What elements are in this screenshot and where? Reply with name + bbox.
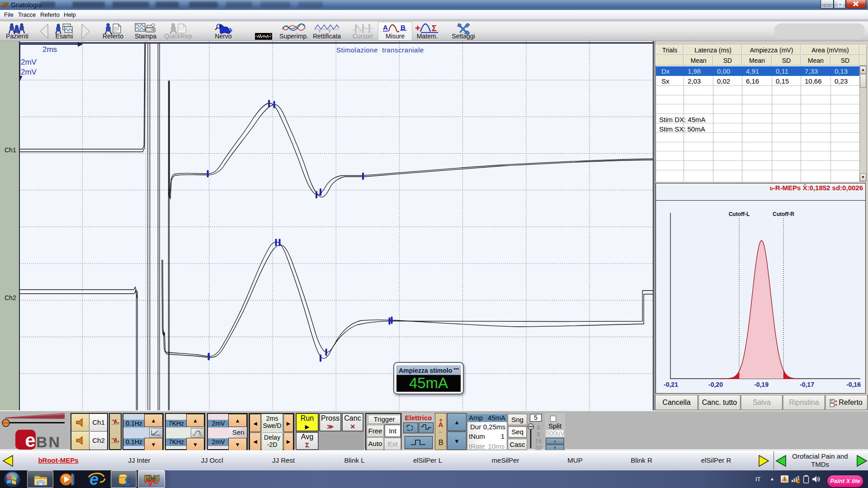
svg-text:+: + [406, 425, 408, 429]
svg-text:-0,21: -0,21 [664, 381, 678, 388]
svg-text:-0,16: -0,16 [846, 381, 861, 388]
svg-text:-0,19: -0,19 [754, 381, 769, 388]
svg-text:BN: BN [36, 433, 61, 450]
svg-text:A: A [383, 23, 388, 31]
svg-text:Σ: Σ [432, 24, 437, 33]
svg-text:-0,17: -0,17 [800, 381, 814, 388]
svg-text:✱: ✱ [797, 479, 800, 483]
svg-text:-0,20: -0,20 [708, 381, 723, 388]
svg-text:Cutoff-L: Cutoff-L [729, 211, 750, 217]
svg-text:e: e [25, 430, 35, 450]
svg-text:Cutoff-R: Cutoff-R [773, 211, 794, 217]
